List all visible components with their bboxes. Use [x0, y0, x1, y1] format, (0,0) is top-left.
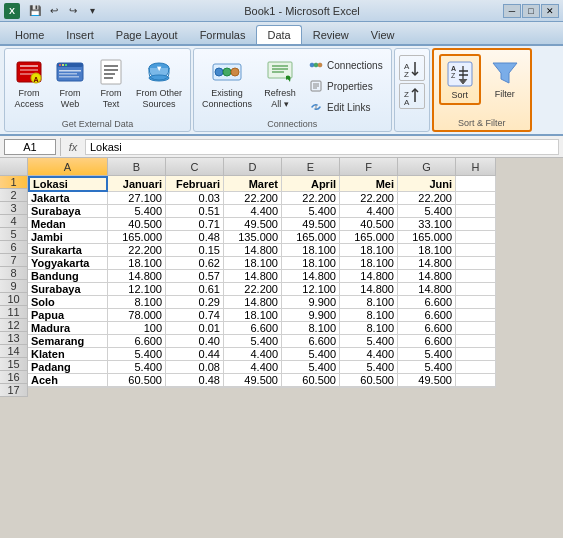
cell-c16[interactable]: 0.48 — [166, 374, 224, 387]
cell-a12[interactable]: Madura — [28, 322, 108, 335]
cell-h1[interactable] — [456, 176, 496, 192]
cell-d13[interactable]: 5.400 — [224, 335, 282, 348]
cell-f1[interactable]: Mei — [340, 176, 398, 192]
cell-d15[interactable]: 4.400 — [224, 361, 282, 374]
cell-e4[interactable]: 49.500 — [282, 218, 340, 231]
cell-g14[interactable]: 5.400 — [398, 348, 456, 361]
existing-connections-button[interactable]: Existing Connections — [198, 53, 256, 113]
cell-e2[interactable]: 22.200 — [282, 192, 340, 205]
cell-b6[interactable]: 22.200 — [108, 244, 166, 257]
cell-b12[interactable]: 100 — [108, 322, 166, 335]
cell-e12[interactable]: 8.100 — [282, 322, 340, 335]
cell-h9[interactable] — [456, 283, 496, 296]
cell-g5[interactable]: 165.000 — [398, 231, 456, 244]
cell-f4[interactable]: 40.500 — [340, 218, 398, 231]
cell-e7[interactable]: 18.100 — [282, 257, 340, 270]
cell-d11[interactable]: 18.100 — [224, 309, 282, 322]
row-header-6[interactable]: 6 — [0, 241, 28, 254]
cell-c13[interactable]: 0.40 — [166, 335, 224, 348]
cell-2-17[interactable] — [108, 387, 166, 388]
cell-b14[interactable]: 5.400 — [108, 348, 166, 361]
cell-a10[interactable]: Solo — [28, 296, 108, 309]
cell-f9[interactable]: 14.800 — [340, 283, 398, 296]
cell-e3[interactable]: 5.400 — [282, 205, 340, 218]
cell-d8[interactable]: 14.800 — [224, 270, 282, 283]
cell-h16[interactable] — [456, 374, 496, 387]
cell-f3[interactable]: 4.400 — [340, 205, 398, 218]
cell-d12[interactable]: 6.600 — [224, 322, 282, 335]
cell-h14[interactable] — [456, 348, 496, 361]
cell-c8[interactable]: 0.57 — [166, 270, 224, 283]
cell-f16[interactable]: 60.500 — [340, 374, 398, 387]
cell-a9[interactable]: Surabaya — [28, 283, 108, 296]
cell-c15[interactable]: 0.08 — [166, 361, 224, 374]
cell-c6[interactable]: 0.15 — [166, 244, 224, 257]
cell-e16[interactable]: 60.500 — [282, 374, 340, 387]
col-header-g[interactable]: G — [398, 158, 456, 176]
cell-b7[interactable]: 18.100 — [108, 257, 166, 270]
cell-d6[interactable]: 14.800 — [224, 244, 282, 257]
cell-e15[interactable]: 5.400 — [282, 361, 340, 374]
row-header-13[interactable]: 13 — [0, 332, 28, 345]
cell-g12[interactable]: 6.600 — [398, 322, 456, 335]
from-other-sources-button[interactable]: ▾ From Other Sources — [132, 53, 186, 113]
tab-page-layout[interactable]: Page Layout — [105, 25, 189, 44]
cell-c10[interactable]: 0.29 — [166, 296, 224, 309]
cell-c4[interactable]: 0.71 — [166, 218, 224, 231]
cell-c14[interactable]: 0.44 — [166, 348, 224, 361]
cell-c5[interactable]: 0.48 — [166, 231, 224, 244]
col-header-f[interactable]: F — [340, 158, 398, 176]
cell-a4[interactable]: Medan — [28, 218, 108, 231]
row-header-2[interactable]: 2 — [0, 189, 28, 202]
cell-g10[interactable]: 6.600 — [398, 296, 456, 309]
cell-g3[interactable]: 5.400 — [398, 205, 456, 218]
cell-b8[interactable]: 14.800 — [108, 270, 166, 283]
tab-insert[interactable]: Insert — [55, 25, 105, 44]
cell-d1[interactable]: Maret — [224, 176, 282, 192]
cell-8-17[interactable] — [456, 387, 496, 388]
cell-g13[interactable]: 6.600 — [398, 335, 456, 348]
col-header-a[interactable]: A — [28, 158, 108, 176]
cell-b3[interactable]: 5.400 — [108, 205, 166, 218]
cell-d2[interactable]: 22.200 — [224, 192, 282, 205]
row-header-1[interactable]: 1 — [0, 176, 28, 189]
customize-qat-btn[interactable]: ▾ — [83, 2, 101, 20]
formula-input[interactable] — [85, 139, 559, 155]
cell-b4[interactable]: 40.500 — [108, 218, 166, 231]
row-header-5[interactable]: 5 — [0, 228, 28, 241]
cell-a16[interactable]: Aceh — [28, 374, 108, 387]
from-text-button[interactable]: From Text — [91, 53, 131, 113]
cell-f13[interactable]: 5.400 — [340, 335, 398, 348]
cell-c9[interactable]: 0.61 — [166, 283, 224, 296]
cell-a5[interactable]: Jambi — [28, 231, 108, 244]
cell-e8[interactable]: 14.800 — [282, 270, 340, 283]
filter-button[interactable]: Filter — [485, 54, 525, 103]
cell-h15[interactable] — [456, 361, 496, 374]
cell-h11[interactable] — [456, 309, 496, 322]
tab-view[interactable]: View — [360, 25, 406, 44]
cell-g11[interactable]: 6.600 — [398, 309, 456, 322]
row-header-14[interactable]: 14 — [0, 345, 28, 358]
cell-f8[interactable]: 14.800 — [340, 270, 398, 283]
tab-review[interactable]: Review — [302, 25, 360, 44]
cell-f5[interactable]: 165.000 — [340, 231, 398, 244]
cell-c11[interactable]: 0.74 — [166, 309, 224, 322]
cell-d16[interactable]: 49.500 — [224, 374, 282, 387]
cell-a1[interactable]: Lokasi — [28, 176, 108, 192]
cell-7-17[interactable] — [398, 387, 456, 388]
cell-h6[interactable] — [456, 244, 496, 257]
cell-e10[interactable]: 9.900 — [282, 296, 340, 309]
cell-6-17[interactable] — [340, 387, 398, 388]
cell-f10[interactable]: 8.100 — [340, 296, 398, 309]
cell-h12[interactable] — [456, 322, 496, 335]
cell-d5[interactable]: 135.000 — [224, 231, 282, 244]
properties-button[interactable]: Properties — [304, 76, 387, 96]
cell-f15[interactable]: 5.400 — [340, 361, 398, 374]
cell-g1[interactable]: Juni — [398, 176, 456, 192]
cell-e11[interactable]: 9.900 — [282, 309, 340, 322]
cell-h8[interactable] — [456, 270, 496, 283]
row-header-15[interactable]: 15 — [0, 358, 28, 371]
cell-f2[interactable]: 22.200 — [340, 192, 398, 205]
cell-f7[interactable]: 18.100 — [340, 257, 398, 270]
maximize-btn[interactable]: □ — [522, 4, 540, 18]
